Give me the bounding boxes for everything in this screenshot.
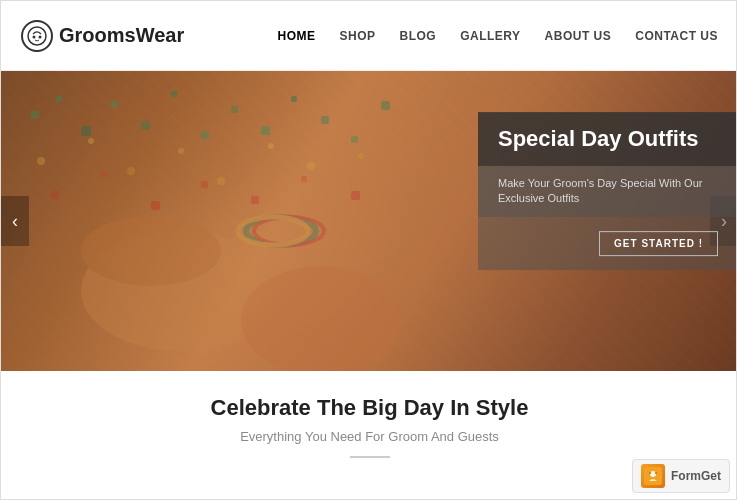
hero-cta-button[interactable]: GET STARTED ! [599, 231, 718, 256]
svg-rect-6 [111, 101, 118, 108]
svg-point-40 [655, 472, 657, 474]
section-divider [350, 456, 390, 458]
svg-point-28 [268, 143, 274, 149]
svg-rect-20 [251, 196, 259, 204]
svg-rect-12 [291, 96, 297, 102]
svg-rect-16 [51, 191, 59, 199]
svg-rect-17 [101, 171, 107, 177]
svg-point-24 [88, 138, 94, 144]
hero-title-box: Special Day Outfits [478, 112, 737, 166]
svg-point-0 [28, 27, 46, 45]
svg-point-25 [127, 167, 135, 175]
svg-point-32 [241, 266, 401, 371]
svg-point-33 [81, 216, 221, 286]
svg-rect-3 [31, 111, 39, 119]
svg-rect-11 [261, 126, 270, 135]
main-nav: HOME SHOP BLOG GALLERY ABOUT US CONTACT … [277, 29, 718, 43]
svg-point-30 [358, 153, 364, 159]
svg-rect-14 [351, 136, 358, 143]
brand-name: GroomsWear [59, 24, 184, 47]
logo: GroomsWear [21, 20, 184, 52]
svg-rect-7 [141, 121, 150, 130]
hero-subtitle-box: Make Your Groom's Day Special With Our E… [478, 166, 737, 217]
svg-rect-15 [381, 101, 390, 110]
svg-rect-18 [151, 201, 160, 210]
svg-point-23 [37, 157, 45, 165]
svg-point-29 [307, 162, 315, 170]
nav-blog[interactable]: BLOG [399, 29, 436, 43]
section-below: Celebrate The Big Day In Style Everythin… [1, 371, 737, 474]
svg-point-26 [178, 148, 184, 154]
svg-rect-13 [321, 116, 329, 124]
logo-icon [21, 20, 53, 52]
hero-subtitle: Make Your Groom's Day Special With Our E… [498, 176, 718, 207]
svg-rect-19 [201, 181, 208, 188]
nav-about[interactable]: ABOUT US [545, 29, 612, 43]
nav-gallery[interactable]: GALLERY [460, 29, 520, 43]
formget-badge: FormGet [632, 459, 730, 493]
formget-icon [641, 464, 665, 488]
hero-section: ‹ › Special Day Outfits Make Your Groom'… [1, 71, 737, 371]
svg-rect-10 [231, 106, 238, 113]
section-subtitle: Everything You Need For Groom And Guests [21, 429, 718, 444]
svg-rect-5 [81, 126, 91, 136]
hero-prev-arrow[interactable]: ‹ [1, 196, 29, 246]
svg-point-27 [217, 177, 225, 185]
svg-rect-22 [351, 191, 360, 200]
svg-point-1 [33, 35, 36, 38]
svg-rect-8 [171, 91, 177, 97]
section-title: Celebrate The Big Day In Style [21, 395, 718, 421]
header: GroomsWear HOME SHOP BLOG GALLERY ABOUT … [1, 1, 737, 71]
svg-point-2 [39, 35, 42, 38]
hero-content: Special Day Outfits Make Your Groom's Da… [478, 112, 737, 270]
nav-shop[interactable]: SHOP [339, 29, 375, 43]
nav-contact[interactable]: CONTACT US [635, 29, 718, 43]
svg-point-39 [649, 472, 651, 474]
svg-rect-21 [301, 176, 307, 182]
nav-home[interactable]: HOME [277, 29, 315, 43]
svg-rect-4 [56, 96, 62, 102]
page-wrapper: GroomsWear HOME SHOP BLOG GALLERY ABOUT … [1, 1, 737, 500]
svg-point-38 [650, 471, 656, 477]
svg-rect-9 [201, 131, 209, 139]
hero-title: Special Day Outfits [498, 126, 718, 152]
formget-label: FormGet [671, 469, 721, 483]
hero-cta-box: GET STARTED ! [478, 217, 737, 270]
